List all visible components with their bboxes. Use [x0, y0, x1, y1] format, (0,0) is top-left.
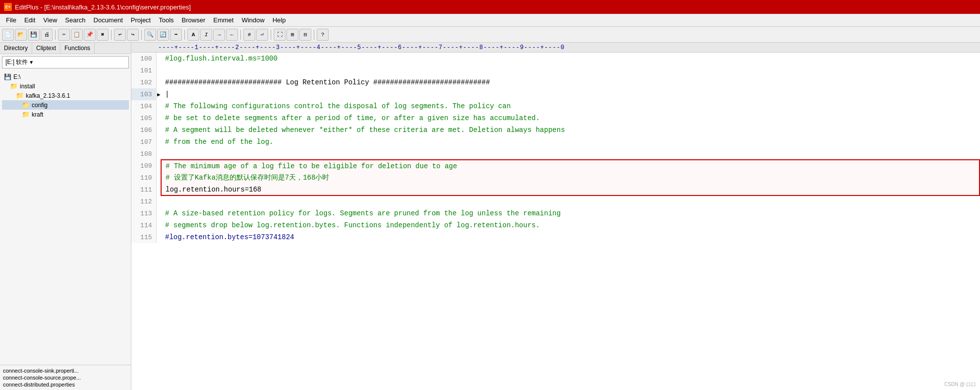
italic-button[interactable]: I	[200, 29, 212, 41]
tab-cliptext[interactable]: Cliptext	[32, 43, 60, 54]
undo-button[interactable]: ↩	[114, 29, 126, 41]
line-content[interactable]: ############################ Log Retenti…	[161, 76, 980, 88]
title-bar: E+ EditPlus - [E:\install\kafka_2.13-3.6…	[0, 0, 980, 14]
tiles-button[interactable]: ⊟	[299, 29, 311, 41]
table-row: 110 # 设置了Kafka消息的默认保存时间是7天，168小时	[131, 172, 980, 184]
comment-button[interactable]: #	[243, 29, 255, 41]
menu-tools[interactable]: Tools	[155, 15, 177, 25]
table-row: 106 # A segment will be deleted whenever…	[131, 124, 980, 136]
find-button[interactable]: 🔍	[144, 29, 156, 41]
help-button[interactable]: ?	[317, 29, 329, 41]
current-line-indicator: ▶	[156, 88, 161, 100]
line-content[interactable]	[161, 148, 980, 160]
toolbar: 📄 📂 💾 🖨 ✂ 📋 📌 ✖ ↩ ↪ 🔍 🔄 ➡ A I → ← # ⏎ ⛶ …	[0, 27, 980, 43]
drive-selector[interactable]: [E:] 软件 ▼	[2, 56, 129, 68]
line-number: 113	[131, 207, 156, 219]
menu-help[interactable]: Help	[269, 15, 290, 25]
open-button[interactable]: 📂	[15, 29, 27, 41]
menu-view[interactable]: View	[39, 15, 61, 25]
ruler: ----+----1----+----2----+----3----+----4…	[131, 43, 980, 53]
sep4	[184, 30, 185, 40]
menu-emmet[interactable]: Emmet	[209, 15, 237, 25]
menu-document[interactable]: Document	[90, 15, 127, 25]
outdent-button[interactable]: ←	[226, 29, 238, 41]
line-indicator	[156, 136, 161, 148]
line-indicator	[156, 195, 161, 207]
line-indicator	[156, 124, 161, 136]
table-row: 111 log.retention.hours=168	[131, 184, 980, 195]
line-content[interactable]: |	[161, 88, 980, 100]
line-content[interactable]: # The minimum age of a log file to be el…	[161, 160, 980, 172]
sep7	[314, 30, 314, 40]
menu-project[interactable]: Project	[127, 15, 155, 25]
wrap-button[interactable]: ⏎	[256, 29, 268, 41]
new-button[interactable]: 📄	[2, 29, 14, 41]
drive-icon: 💾	[4, 73, 11, 80]
line-content[interactable]: log.retention.hours=168	[161, 184, 980, 195]
watermark: CSDN @ 口口	[944, 381, 976, 388]
sep2	[111, 30, 112, 40]
file-item-1[interactable]: connect-console-sink.properti...	[2, 367, 129, 374]
dropdown-arrow-icon: ▼	[29, 60, 34, 65]
table-row: 107 # from the end of the log.	[131, 136, 980, 148]
file-item-2[interactable]: connect-console-source.prope...	[2, 374, 129, 381]
line-content[interactable]: # segments drop below log.retention.byte…	[161, 219, 980, 231]
line-indicator	[156, 53, 161, 65]
line-content[interactable]: # A segment will be deleted whenever *ei…	[161, 124, 980, 136]
menu-search[interactable]: Search	[61, 15, 89, 25]
line-content[interactable]: # from the end of the log.	[161, 136, 980, 148]
fullscreen-button[interactable]: ⛶	[274, 29, 286, 41]
copy-button[interactable]: 📋	[71, 29, 83, 41]
file-item-3[interactable]: connect-distributed.properties	[2, 381, 129, 388]
indent-button[interactable]: →	[213, 29, 225, 41]
line-content[interactable]: # 设置了Kafka消息的默认保存时间是7天，168小时	[161, 172, 980, 184]
menu-bar: File Edit View Search Document Project T…	[0, 14, 980, 27]
line-content[interactable]	[161, 65, 980, 76]
tab-functions[interactable]: Functions	[60, 43, 95, 54]
sidebar-tree: 💾 E:\ 📁 install 📁 kafka_2.13-3.6.1 📁 con…	[0, 70, 131, 365]
delete-button[interactable]: ✖	[97, 29, 109, 41]
tab-directory[interactable]: Directory	[0, 43, 32, 54]
save-button[interactable]: 💾	[28, 29, 40, 41]
menu-edit[interactable]: Edit	[20, 15, 39, 25]
tree-label: kraft	[32, 111, 43, 118]
menu-window[interactable]: Window	[237, 15, 268, 25]
line-content[interactable]: #log.retention.bytes=1073741824	[161, 231, 980, 243]
folder-icon: 📁	[22, 111, 30, 118]
tree-item-kafka[interactable]: 📁 kafka_2.13-3.6.1	[2, 91, 129, 100]
line-content[interactable]: # A size-based retention policy for logs…	[161, 207, 980, 219]
table-row: 103 ▶ |	[131, 88, 980, 100]
split-button[interactable]: ⊞	[287, 29, 298, 41]
tree-item-config[interactable]: 📁 config	[2, 100, 129, 110]
line-number: 108	[131, 148, 156, 160]
main-area: Directory Cliptext Functions [E:] 软件 ▼ 💾…	[0, 43, 980, 390]
replace-button[interactable]: 🔄	[157, 29, 169, 41]
line-content[interactable]: # The following configurations control t…	[161, 100, 980, 112]
redo-button[interactable]: ↪	[127, 29, 139, 41]
goto-button[interactable]: ➡	[170, 29, 182, 41]
tree-item-e-drive[interactable]: 💾 E:\	[2, 72, 129, 81]
line-content[interactable]	[161, 195, 980, 207]
tree-item-kraft[interactable]: 📁 kraft	[2, 110, 129, 119]
bold-button[interactable]: A	[187, 29, 199, 41]
line-content[interactable]: #log.flush.interval.ms=1000	[161, 53, 980, 65]
menu-file[interactable]: File	[2, 15, 20, 25]
print-button[interactable]: 🖨	[41, 29, 53, 41]
sidebar: Directory Cliptext Functions [E:] 软件 ▼ 💾…	[0, 43, 131, 390]
menu-browser[interactable]: Browser	[178, 15, 210, 25]
paste-button[interactable]: 📌	[84, 29, 96, 41]
table-row: 101	[131, 65, 980, 76]
folder-icon: 📁	[10, 82, 18, 90]
table-row: 105 # be set to delete segments after a …	[131, 112, 980, 124]
app-icon: E+	[4, 3, 12, 11]
sep5	[240, 30, 241, 40]
line-content[interactable]: # be set to delete segments after a peri…	[161, 112, 980, 124]
line-number: 112	[131, 195, 156, 207]
line-indicator	[156, 184, 161, 195]
code-area[interactable]: 100 #log.flush.interval.ms=1000 101 102	[131, 53, 980, 390]
sidebar-file-list: connect-console-sink.properti... connect…	[0, 365, 131, 390]
tree-item-install[interactable]: 📁 install	[2, 81, 129, 91]
cut-button[interactable]: ✂	[58, 29, 70, 41]
line-indicator	[156, 112, 161, 124]
line-indicator	[156, 207, 161, 219]
